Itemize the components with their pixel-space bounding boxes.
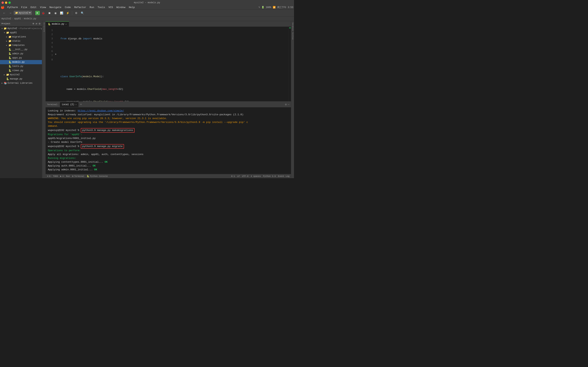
footer-python-console[interactable]: 🐍 Python Console xyxy=(87,175,108,177)
menu-window[interactable]: Window xyxy=(115,6,127,9)
toolbar-separator-2 xyxy=(72,11,72,15)
term-line-auth: Applying auth.0001_initial... OK xyxy=(48,164,289,168)
terminal-label: Terminal: xyxy=(47,103,58,106)
footer-bar: ≡ 6: TODO ▶ 4: Run ⊞ Terminal 🐍 Python C… xyxy=(45,174,291,178)
terminal-icon: ⊞ xyxy=(72,175,73,177)
term-line-prompt2: wupeiqi@192 mysite2 % python3.9 manage.p… xyxy=(48,144,289,149)
concurrency-button[interactable]: ⚡ xyxy=(65,11,70,15)
minimize-panel-icon[interactable]: — xyxy=(288,103,289,106)
terminal-tab-local[interactable]: Local (2) ✕ xyxy=(60,102,78,107)
menu-edit[interactable]: Edit xyxy=(29,6,38,9)
breadcrumb-sep-2: › xyxy=(22,17,23,20)
sidebar-toolbar: Project ⊕ ⇄ ⚙ xyxy=(0,21,42,26)
menu-vcs[interactable]: VCS xyxy=(107,6,114,9)
tab-file-icon: 🐍 xyxy=(48,23,51,26)
tab-close-button[interactable]: ✕ xyxy=(65,23,67,25)
terminal-tab-close[interactable]: ✕ xyxy=(75,103,77,106)
debug-button[interactable]: 🐞 xyxy=(41,11,46,15)
forward-button[interactable]: → xyxy=(8,11,13,15)
sidebar-item-templates[interactable]: ▶ 📁 templates xyxy=(0,43,42,47)
expand-arrow: ▼ xyxy=(4,32,6,34)
library-icon: 📚 xyxy=(4,82,7,85)
settings-icon[interactable]: ⚙ xyxy=(285,103,286,106)
code-editor[interactable]: 1 2 3 4 5 6 7 8 ◉ from django.db impo xyxy=(45,27,291,101)
sidebar-item-apps[interactable]: 🐍 apps.py xyxy=(0,56,42,60)
sidebar-item-migrations[interactable]: ▶ 📁 migrations xyxy=(0,35,42,39)
settings-button[interactable]: ⚙ xyxy=(74,11,79,15)
tab-models-py[interactable]: 🐍 models.py ✕ xyxy=(45,21,69,26)
term-line-running: Running migrations: xyxy=(48,156,289,160)
menu-navigate[interactable]: Navigate xyxy=(48,6,63,9)
profile-button[interactable]: 📊 xyxy=(59,11,64,15)
indent: 4 spaces xyxy=(251,175,261,177)
command-box-2: python3.9 manage.py migrate xyxy=(81,144,124,149)
menu-tools[interactable]: Tools xyxy=(96,6,107,9)
pypi-link[interactable]: https://pypi.douban.com/simple/ xyxy=(78,109,124,112)
sidebar-item-models[interactable]: 🐍 models.py xyxy=(0,60,42,64)
menu-code[interactable]: Code xyxy=(63,6,72,9)
line-ending: LF xyxy=(237,175,240,177)
sidebar-item-mysite2-pkg[interactable]: ▶ 📁 mysite2 xyxy=(0,73,42,77)
back-button[interactable]: ← xyxy=(1,11,7,15)
menu-pycharm[interactable]: PyCharm xyxy=(6,6,19,9)
term-line-ct: Applying contenttypes.0001_initial... OK xyxy=(48,160,289,164)
search-everywhere-button[interactable]: 🔍 xyxy=(80,11,85,15)
terminal-content[interactable]: Looking in indexes: https://pypi.douban.… xyxy=(45,108,291,174)
python-version[interactable]: Python 3.9 xyxy=(263,175,276,177)
sidebar-item-static[interactable]: ▶ 📁 static xyxy=(0,39,42,43)
menu-view[interactable]: View xyxy=(38,6,47,9)
coverage-button[interactable]: ◉ xyxy=(53,11,58,15)
sidebar-settings-icon[interactable]: ⚙ xyxy=(39,22,40,25)
term-line-admin: Applying admin.0001_initial... OK xyxy=(48,168,289,172)
menu-file[interactable]: File xyxy=(20,6,29,9)
sidebar: Project ⊕ ⇄ ⚙ ▼ 📁 mysite2 ~/PycharmProje… xyxy=(0,21,42,178)
project-selector[interactable]: 📁 mysite2 ▼ xyxy=(14,11,32,15)
tree-label: mysite2 xyxy=(8,27,17,30)
footer-run[interactable]: ▶ 4: Run xyxy=(60,175,70,177)
minimize-button[interactable] xyxy=(5,1,7,4)
code-content[interactable]: from django.db import models class UserI… xyxy=(59,27,289,101)
breadcrumb-module[interactable]: app01 xyxy=(14,17,21,20)
sidebar-item-external[interactable]: ▶ 📚 External Libraries xyxy=(0,81,42,85)
add-terminal-button[interactable]: + xyxy=(79,103,83,106)
sidebar-item-init[interactable]: 🐍 __init__.py xyxy=(0,47,42,52)
database-label[interactable]: Database xyxy=(292,22,294,32)
stop-button[interactable]: ⏹ xyxy=(47,11,52,15)
run-button[interactable]: ▶ xyxy=(35,11,40,15)
run-label: 4: Run xyxy=(62,175,70,177)
breadcrumb-file[interactable]: models.py xyxy=(24,17,36,20)
structure-label[interactable]: Structure xyxy=(43,22,45,33)
maximize-button[interactable] xyxy=(9,1,11,4)
terminal-tab-label: Local (2) xyxy=(62,103,74,106)
tree-label: __init__.py xyxy=(12,48,27,51)
sciview-label[interactable]: SciView xyxy=(292,32,294,40)
footer-todo[interactable]: ≡ 6: TODO xyxy=(47,175,58,177)
footer-terminal[interactable]: ⊞ Terminal xyxy=(72,175,84,177)
py-file-icon: 🐍 xyxy=(9,56,11,59)
term-line-warning3: ommand. xyxy=(48,124,289,128)
todo-label: 6: TODO xyxy=(49,175,58,177)
sidebar-item-admin[interactable]: 🐍 admin.py xyxy=(0,52,42,56)
breadcrumb-project[interactable]: mysite2 xyxy=(1,17,11,20)
menu-refactor[interactable]: Refactor xyxy=(73,6,88,9)
menu-run[interactable]: Run xyxy=(88,6,95,9)
menu-help[interactable]: Help xyxy=(127,6,136,9)
py-file-icon: 🐍 xyxy=(9,52,11,55)
apple-icon: 🍎 xyxy=(1,6,5,9)
expand-arrow: ▶ xyxy=(6,36,9,38)
sidebar-collapse-icon[interactable]: ⇄ xyxy=(36,22,37,25)
sidebar-item-managepy[interactable]: 🐍 manage.py xyxy=(0,77,42,81)
term-line-warning2: You should consider upgrading via the '/… xyxy=(48,120,289,124)
py-file-icon: 🐍 xyxy=(9,69,11,72)
expand-arrow: ▶ xyxy=(1,82,4,84)
sidebar-item-views[interactable]: 🐍 views.py xyxy=(0,68,42,73)
tree-label: models.py xyxy=(12,61,25,63)
close-button[interactable] xyxy=(1,1,4,4)
sidebar-item-tests[interactable]: 🐍 tests.py xyxy=(0,64,42,68)
sidebar-locate-icon[interactable]: ⊕ xyxy=(33,22,34,25)
sidebar-item-app01[interactable]: ▼ 📁 app01 xyxy=(0,31,42,35)
sidebar-item-mysite2[interactable]: ▼ 📁 mysite2 ~/PycharmProjects/g xyxy=(0,26,42,31)
breadcrumb: mysite2 › app01 › models.py xyxy=(0,17,294,21)
term-line-prompt1: wupeiqi@192 mysite2 % python3.9 manage.p… xyxy=(48,128,289,133)
event-log[interactable]: Event Log xyxy=(278,175,289,177)
